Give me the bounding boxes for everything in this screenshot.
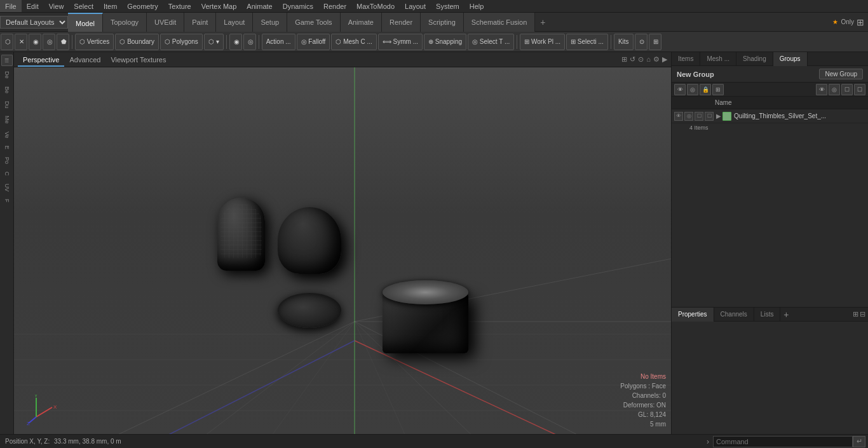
tab-setup[interactable]: Setup: [253, 13, 287, 32]
cmd-go-button[interactable]: ↵: [853, 436, 865, 447]
menu-texture[interactable]: Texture: [163, 0, 196, 12]
snapping-button[interactable]: ⊕ Snapping: [424, 34, 466, 50]
action-button[interactable]: Action ...: [262, 34, 295, 50]
kits-icon-1[interactable]: ⊙: [635, 34, 648, 50]
tab-render[interactable]: Render: [382, 13, 421, 32]
group-icon-check1[interactable]: ☐: [695, 112, 703, 121]
mesh-icon-1[interactable]: ◉: [229, 34, 242, 50]
mode-icon-2[interactable]: ✕: [15, 34, 27, 50]
group-icon-eye[interactable]: 👁: [674, 112, 683, 121]
panel-bottom-tab-properties[interactable]: Properties: [672, 308, 714, 322]
tab-schematic-fusion[interactable]: Schematic Fusion: [464, 13, 535, 32]
panel-bottom-tab-channels[interactable]: Channels: [714, 308, 754, 322]
viewport[interactable]: Perspective Advanced Viewport Textures ⊞…: [14, 52, 671, 434]
boundary-button[interactable]: ⬡ Boundary: [115, 34, 159, 50]
group-mesh-icon: [722, 112, 731, 121]
sidebar-btn-1[interactable]: ☰: [1, 55, 13, 66]
groups-icon-expand[interactable]: ⊞: [712, 84, 724, 95]
mesh-icon-2[interactable]: ◎: [243, 34, 256, 50]
symmetry-button[interactable]: ⟺ Symm ...: [378, 34, 423, 50]
menu-help[interactable]: Help: [465, 0, 489, 12]
mesh-c-button[interactable]: ⬡ Mesh C ...: [331, 34, 376, 50]
menu-animate[interactable]: Animate: [241, 0, 277, 12]
group-row-0[interactable]: 👁 ◎ ☐ ☐ ▶ Quilting_Thimbles_Silver_Set_.…: [672, 109, 868, 123]
vertices-button[interactable]: ⬡ Vertices: [75, 34, 114, 50]
mode-icon-5[interactable]: ⬟: [57, 34, 69, 50]
panel-tab-mesh[interactable]: Mesh ...: [700, 52, 736, 66]
group-icon-check2[interactable]: ☐: [705, 112, 714, 121]
tab-model[interactable]: Model: [68, 13, 103, 32]
groups-list[interactable]: 👁 ◎ ☐ ☐ ▶ Quilting_Thimbles_Silver_Set_.…: [672, 109, 868, 307]
tab-animate[interactable]: Animate: [341, 13, 382, 32]
selection-button[interactable]: ⊞ Selecti ...: [566, 34, 608, 50]
maximize-icon[interactable]: ⊞: [857, 17, 864, 27]
work-plane-button[interactable]: ⊞ Work Pl ...: [520, 34, 565, 50]
groups-icon-eye[interactable]: 👁: [674, 84, 686, 95]
vp-icon-search[interactable]: ⊙: [638, 55, 644, 64]
groups-icon-check1[interactable]: ☐: [841, 84, 853, 95]
groups-icon-render2[interactable]: ◎: [829, 84, 840, 95]
panel-bottom-tab-lists[interactable]: Lists: [754, 308, 781, 322]
polygons-button[interactable]: ⬡ Polygons: [160, 34, 203, 50]
menu-layout[interactable]: Layout: [400, 0, 431, 12]
tab-game-tools[interactable]: Game Tools: [287, 13, 341, 32]
tab-paint[interactable]: Paint: [184, 13, 216, 32]
vp-icon-camera[interactable]: ⌂: [646, 55, 651, 64]
menu-select[interactable]: Select: [69, 0, 98, 12]
groups-icon-check2[interactable]: ☐: [854, 84, 865, 95]
select-t-button[interactable]: ◎ Select T ...: [468, 34, 514, 50]
vp-tab-perspective[interactable]: Perspective: [18, 53, 64, 67]
mode-icon-4[interactable]: ◎: [43, 34, 55, 50]
sep-4: [517, 35, 517, 49]
groups-icon-lock[interactable]: 🔒: [700, 84, 711, 95]
panel-tab-shading[interactable]: Shading: [736, 52, 773, 66]
menu-geometry[interactable]: Geometry: [122, 0, 163, 12]
tab-scripting[interactable]: Scripting: [421, 13, 464, 32]
panel-bottom-content: [672, 322, 868, 434]
mode-icon-1[interactable]: ⬡: [1, 34, 13, 50]
menu-maxtomodo[interactable]: MaxToModo: [351, 0, 400, 12]
group-expand-icon[interactable]: ▶: [716, 112, 722, 119]
panel-bottom-icon-max[interactable]: ⊟: [860, 310, 865, 318]
mesh-dropdown-button[interactable]: ⬡ ▾: [204, 34, 224, 50]
menu-vertex-map[interactable]: Vertex Map: [196, 0, 242, 12]
panel-bottom-icon-expand[interactable]: ⊞: [853, 310, 858, 318]
menu-file[interactable]: File: [0, 0, 22, 12]
groups-icon-eye2[interactable]: 👁: [816, 84, 827, 95]
position-label: Position X, Y, Z:: [5, 438, 50, 445]
kits-icon-2[interactable]: ⊞: [649, 34, 661, 50]
menu-render[interactable]: Render: [318, 0, 351, 12]
statusbar: Position X, Y, Z: 33.3 mm, 38.8 mm, 0 m …: [0, 434, 868, 448]
tab-uvedit[interactable]: UVEdit: [147, 13, 184, 32]
groups-icon-render[interactable]: ◎: [687, 84, 698, 95]
mode-icon-3[interactable]: ◉: [29, 34, 41, 50]
add-tab-button[interactable]: +: [535, 17, 550, 27]
vp-icon-play[interactable]: ▶: [662, 55, 667, 64]
menu-item[interactable]: Item: [98, 0, 122, 12]
panel-tab-groups[interactable]: Groups: [773, 52, 808, 66]
vp-icon-rotate[interactable]: ↺: [630, 55, 635, 64]
menu-edit[interactable]: Edit: [22, 0, 44, 12]
tab-topology[interactable]: Topology: [103, 13, 147, 32]
panel-tab-items[interactable]: Items: [672, 52, 700, 66]
menu-system[interactable]: System: [431, 0, 465, 12]
new-group-button[interactable]: New Group: [819, 69, 863, 79]
group-icon-render[interactable]: ◎: [684, 112, 693, 121]
falloff-button[interactable]: ◎ Falloff: [297, 34, 330, 50]
groups-col-header: Name: [672, 97, 868, 109]
tab-layout[interactable]: Layout: [216, 13, 253, 32]
object-thimble-tall: [217, 198, 265, 271]
vp-tab-advanced[interactable]: Advanced: [64, 53, 105, 67]
layout-select[interactable]: Default Layouts: [0, 16, 68, 29]
svg-line-16: [141, 341, 355, 434]
menu-view[interactable]: View: [44, 0, 69, 12]
vp-tab-viewport-textures[interactable]: Viewport Textures: [105, 53, 171, 67]
command-input[interactable]: [713, 436, 853, 447]
vp-icon-settings[interactable]: ⚙: [653, 55, 660, 64]
panel-bottom-add-btn[interactable]: +: [780, 308, 792, 322]
sidebar-label-be: Be: [4, 86, 10, 93]
cmd-prompt-icon: ›: [703, 437, 713, 446]
vp-icon-expand[interactable]: ⊞: [621, 55, 627, 64]
kits-button[interactable]: Kits: [614, 34, 634, 50]
menu-dynamics[interactable]: Dynamics: [278, 0, 318, 12]
